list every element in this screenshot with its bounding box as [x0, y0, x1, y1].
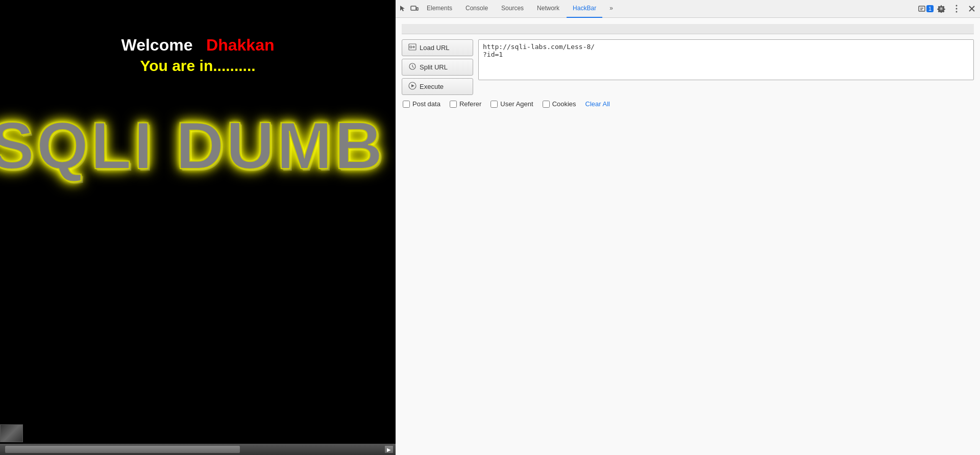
cookies-option[interactable]: Cookies: [543, 100, 576, 108]
svg-point-7: [956, 8, 958, 10]
svg-rect-2: [416, 8, 418, 10]
svg-rect-1: [411, 6, 416, 10]
badge-icon[interactable]: 1: [920, 3, 932, 14]
tab-console[interactable]: Console: [459, 0, 494, 18]
post-data-checkbox[interactable]: [403, 101, 410, 108]
welcome-line: Welcome Dhakkan: [121, 36, 275, 55]
load-url-icon: [408, 43, 416, 53]
load-url-button[interactable]: Load URL: [402, 39, 473, 56]
user-agent-checkbox[interactable]: [491, 101, 498, 108]
hackbar-top-bar: [402, 24, 974, 34]
split-url-label: Split URL: [420, 63, 448, 71]
execute-button[interactable]: Execute: [402, 78, 473, 95]
tab-hackbar[interactable]: HackBar: [567, 0, 602, 18]
execute-label: Execute: [420, 83, 444, 90]
split-url-button[interactable]: Split URL: [402, 59, 473, 76]
scroll-thumb[interactable]: [5, 446, 240, 453]
devtools-header-right: 1: [920, 3, 977, 14]
devtools-panel: Elements Console Sources Network HackBar…: [396, 0, 980, 455]
referer-label: Referer: [459, 100, 481, 108]
tab-elements[interactable]: Elements: [421, 0, 458, 18]
responsive-icon[interactable]: [409, 4, 420, 14]
kebab-menu-icon[interactable]: [951, 3, 962, 14]
scroll-right-arrow[interactable]: ▶: [385, 446, 393, 453]
horizontal-scrollbar[interactable]: ▶: [0, 444, 396, 455]
webpage-panel: Welcome Dhakkan You are in.......... SQL…: [0, 0, 396, 455]
user-agent-label: User Agent: [500, 100, 533, 108]
close-devtools-icon[interactable]: [966, 3, 977, 14]
svg-marker-0: [400, 6, 405, 11]
cursor-tool-icon[interactable]: [398, 4, 408, 14]
referer-option[interactable]: Referer: [450, 100, 481, 108]
post-data-option[interactable]: Post data: [403, 100, 440, 108]
dhakkan-word: Dhakkan: [206, 36, 274, 54]
hackbar-main: Load URL Split URL Execute http://sqli-l…: [402, 39, 974, 95]
svg-point-12: [410, 46, 412, 48]
hackbar-buttons: Load URL Split URL Execute: [402, 39, 473, 95]
devtools-header: Elements Console Sources Network HackBar…: [396, 0, 980, 18]
bottom-left-image: [0, 424, 23, 442]
tab-more[interactable]: »: [603, 0, 619, 18]
load-url-label: Load URL: [420, 44, 450, 52]
clear-all-button[interactable]: Clear All: [585, 100, 610, 108]
svg-rect-3: [919, 6, 925, 11]
post-data-label: Post data: [412, 100, 440, 108]
execute-icon: [408, 82, 416, 91]
cookies-label: Cookies: [552, 100, 576, 108]
welcome-word: Welcome: [121, 36, 193, 54]
options-row: Post data Referer User Agent Cookies Cle…: [402, 100, 974, 108]
tab-sources[interactable]: Sources: [495, 0, 530, 18]
you-are-in-text: You are in..........: [121, 57, 275, 75]
url-textarea[interactable]: http://sqli-labs.com/Less-8/ ?id=1: [478, 39, 974, 80]
svg-point-6: [956, 5, 958, 7]
sqli-title: SQLI DUMB S: [0, 107, 396, 184]
settings-icon[interactable]: [936, 3, 947, 14]
hackbar-content: Load URL Split URL Execute http://sqli-l…: [396, 18, 980, 455]
split-url-icon: [408, 62, 416, 72]
welcome-section: Welcome Dhakkan You are in..........: [121, 36, 275, 75]
referer-checkbox[interactable]: [450, 101, 457, 108]
svg-point-8: [956, 11, 958, 13]
badge-number: 1: [926, 5, 934, 12]
svg-marker-15: [411, 84, 414, 87]
tab-network[interactable]: Network: [531, 0, 566, 18]
cookies-checkbox[interactable]: [543, 101, 550, 108]
user-agent-option[interactable]: User Agent: [491, 100, 533, 108]
